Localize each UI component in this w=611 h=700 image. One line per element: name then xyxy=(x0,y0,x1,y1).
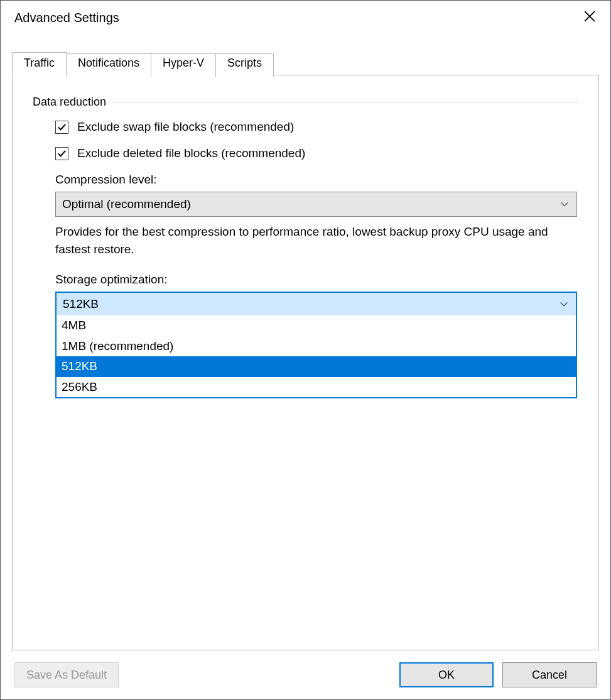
storage-opt-label: Storage optimization: xyxy=(55,273,577,287)
tab-hyper-v[interactable]: Hyper-V xyxy=(151,53,216,77)
storage-opt-combobox[interactable]: 512KB 4MB 1MB (recommended) 512KB 256KB xyxy=(55,292,577,317)
advanced-settings-dialog: Advanced Settings Traffic Notifications … xyxy=(0,0,611,700)
tab-label: Hyper-V xyxy=(163,57,204,69)
chevron-down-icon xyxy=(560,200,569,209)
tab-traffic[interactable]: Traffic xyxy=(12,52,67,75)
storage-opt-option-256kb[interactable]: 256KB xyxy=(57,377,576,398)
checkbox-box[interactable] xyxy=(55,147,68,160)
button-label: OK xyxy=(438,669,455,682)
tab-label: Traffic xyxy=(24,57,55,69)
checkbox-box[interactable] xyxy=(55,121,68,134)
tab-notifications[interactable]: Notifications xyxy=(66,53,151,77)
close-button[interactable] xyxy=(574,2,605,33)
content-area: Traffic Notifications Hyper-V Scripts Da… xyxy=(1,35,610,650)
divider xyxy=(112,102,578,102)
compression-help: Provides for the best compression to per… xyxy=(55,223,577,258)
checkmark-icon xyxy=(57,123,67,132)
tab-strip: Traffic Notifications Hyper-V Scripts xyxy=(12,52,599,75)
tab-panel-traffic: Data reduction Exclude swap file blocks … xyxy=(12,75,599,650)
tab-scripts[interactable]: Scripts xyxy=(215,53,274,77)
close-icon xyxy=(584,11,595,25)
checkbox-label: Exclude swap file blocks (recommended) xyxy=(77,120,294,134)
compression-combobox[interactable]: Optimal (recommended) xyxy=(55,192,577,217)
combobox-value: Optimal (recommended) xyxy=(62,197,191,211)
group-data-reduction: Data reduction xyxy=(33,96,578,109)
checkmark-icon xyxy=(57,149,67,158)
checkbox-exclude-swap[interactable]: Exclude swap file blocks (recommended) xyxy=(55,120,577,134)
tab-label: Notifications xyxy=(78,57,139,69)
ok-button[interactable]: OK xyxy=(399,662,494,687)
group-title: Data reduction xyxy=(33,96,106,109)
group-body: Exclude swap file blocks (recommended) E… xyxy=(33,120,578,317)
window-title: Advanced Settings xyxy=(14,11,574,25)
storage-opt-option-512kb[interactable]: 512KB xyxy=(57,356,576,377)
chevron-down-icon xyxy=(560,300,568,309)
button-label: Save As Default xyxy=(26,669,107,682)
save-as-default-button: Save As Default xyxy=(14,662,119,687)
compression-label: Compression level: xyxy=(55,173,577,187)
combobox-value: 512KB xyxy=(63,297,99,311)
checkbox-exclude-deleted[interactable]: Exclude deleted file blocks (recommended… xyxy=(55,146,577,160)
storage-opt-option-1mb[interactable]: 1MB (recommended) xyxy=(57,336,576,357)
tab-label: Scripts xyxy=(227,57,262,69)
storage-opt-dropdown: 4MB 1MB (recommended) 512KB 256KB xyxy=(55,315,577,398)
cancel-button[interactable]: Cancel xyxy=(502,662,597,687)
button-label: Cancel xyxy=(532,669,567,682)
storage-opt-option-4mb[interactable]: 4MB xyxy=(57,315,576,336)
dialog-footer: Save As Default OK Cancel xyxy=(1,650,610,699)
title-bar: Advanced Settings xyxy=(1,1,610,35)
checkbox-label: Exclude deleted file blocks (recommended… xyxy=(77,146,305,160)
